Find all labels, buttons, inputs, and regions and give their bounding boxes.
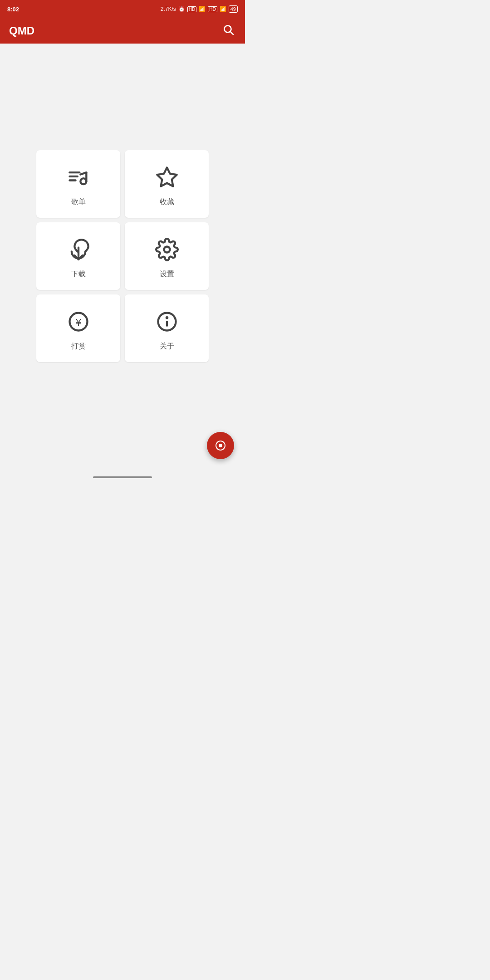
svg-point-9	[164, 246, 170, 252]
grid-item-settings[interactable]: 设置	[125, 222, 209, 290]
signal-icon-1: 📶	[199, 6, 206, 12]
hd-badge-2: HD	[208, 6, 217, 12]
settings-label: 设置	[160, 270, 174, 279]
music-list-icon	[65, 164, 92, 191]
hd-badge-1: HD	[187, 6, 196, 12]
bottom-bar	[0, 468, 245, 490]
search-button[interactable]	[220, 22, 236, 40]
favorites-label: 收藏	[160, 197, 174, 207]
network-speed: 2.7K/s	[161, 6, 176, 12]
signal-icon-2: 📶	[220, 6, 226, 12]
grid-item-playlist[interactable]: 歌单	[36, 150, 120, 218]
search-icon	[222, 24, 234, 35]
settings-icon	[153, 236, 181, 263]
playlist-label: 歌单	[71, 197, 86, 207]
grid-item-download[interactable]: 下载	[36, 222, 120, 290]
tip-label: 打赏	[71, 342, 86, 351]
main-content: 歌单 收藏 下载	[0, 44, 245, 468]
grid-item-about[interactable]: 关于	[125, 294, 209, 362]
grid-item-tip[interactable]: ¥ 打赏	[36, 294, 120, 362]
bottom-home-indicator	[93, 476, 152, 478]
info-icon	[153, 308, 181, 335]
star-icon	[153, 164, 181, 191]
clock-icon: ⏰	[178, 6, 185, 12]
about-label: 关于	[160, 342, 174, 351]
fab-record-icon	[216, 441, 225, 451]
svg-marker-8	[157, 167, 176, 186]
app-title: QMD	[9, 24, 34, 37]
fab-play-button[interactable]	[207, 432, 234, 459]
svg-line-1	[230, 32, 233, 34]
status-right: 2.7K/s ⏰ HD 📶 HD 📶 49	[161, 5, 238, 13]
grid-item-favorites[interactable]: 收藏	[125, 150, 209, 218]
yen-icon: ¥	[65, 308, 92, 335]
download-icon	[65, 236, 92, 263]
app-bar: QMD	[0, 18, 245, 44]
battery-indicator: 49	[229, 5, 238, 13]
status-bar: 8:02 2.7K/s ⏰ HD 📶 HD 📶 49	[0, 0, 245, 18]
download-label: 下载	[71, 270, 86, 279]
menu-grid: 歌单 收藏 下载	[27, 141, 218, 371]
status-time: 8:02	[7, 6, 19, 13]
svg-text:¥: ¥	[75, 316, 81, 328]
